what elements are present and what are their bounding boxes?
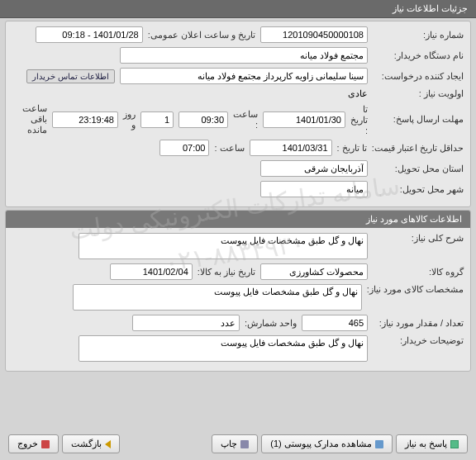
unit-field[interactable]: [132, 315, 240, 331]
group-label: گروه کالا:: [373, 267, 464, 277]
goods-section: اطلاعات کالاهای مورد نیاز شرح کلی نیاز: …: [5, 210, 471, 372]
attachments-button[interactable]: مشاهده مدارک پیوستی (1): [261, 434, 393, 453]
validity-to-label: تا تاریخ :: [337, 143, 367, 154]
print-button-label: چاپ: [221, 439, 237, 449]
days-field[interactable]: [140, 111, 174, 128]
days-label: روز و: [123, 109, 136, 130]
buyer-label: نام دستگاه خریدار:: [373, 50, 464, 61]
reply-icon: [450, 440, 459, 448]
goods-section-header: اطلاعات کالاهای مورد نیاز: [6, 211, 470, 228]
need-date-label: تاریخ نیاز به کالا:: [198, 267, 255, 277]
reply-button[interactable]: پاسخ به نیاز: [396, 434, 468, 453]
city-field[interactable]: [260, 181, 368, 197]
exit-button-label: خروج: [17, 439, 38, 449]
print-button[interactable]: چاپ: [212, 434, 258, 453]
reply-button-label: پاسخ به نیاز: [405, 439, 447, 449]
city-label: شهر محل تحویل:: [373, 184, 464, 195]
buyer-notes-field[interactable]: [79, 335, 368, 362]
priority-label: اولویت نیاز :: [373, 88, 464, 99]
window-title-bar: جزئیات اطلاعات نیاز: [0, 0, 476, 18]
need-date-field[interactable]: [110, 263, 193, 280]
unit-label: واحد شمارش:: [245, 318, 297, 329]
need-number-label: شماره نیاز:: [373, 30, 464, 40]
attachments-button-label: مشاهده مدارک پیوستی (1): [270, 439, 372, 449]
general-desc-label: شرح کلی نیاز:: [373, 233, 464, 244]
buyer-contact-button[interactable]: اطلاعات تماس خریدار: [26, 69, 115, 83]
validity-label: حداقل تاریخ اعتبار قیمت:: [372, 143, 464, 154]
buyer-field[interactable]: [120, 47, 368, 64]
bottom-toolbar: پاسخ به نیاز مشاهده مدارک پیوستی (1) چاپ…: [5, 431, 471, 457]
print-icon: [240, 440, 249, 448]
validity-time-label: ساعت :: [214, 143, 244, 154]
qty-field[interactable]: [302, 315, 368, 331]
reply-time-label: ساعت :: [233, 109, 258, 130]
back-button[interactable]: بازگشت: [62, 434, 120, 453]
qty-label: تعداد / مقدار مورد نیاز:: [373, 318, 464, 329]
countdown-label: ساعت باقی مانده: [12, 103, 47, 135]
exit-button[interactable]: خروج: [8, 434, 59, 453]
need-info-section: شماره نیاز: تاریخ و ساعت اعلان عمومی: نا…: [5, 21, 471, 207]
exit-icon: [41, 440, 50, 448]
province-label: استان محل تحویل:: [373, 164, 464, 174]
spec-field[interactable]: [73, 284, 362, 311]
spec-label: مشخصات کالای مورد نیاز:: [367, 284, 464, 295]
window-title: جزئیات اطلاعات نیاز: [393, 3, 468, 13]
creator-field[interactable]: [120, 68, 368, 84]
general-desc-field[interactable]: [79, 233, 368, 259]
province-field[interactable]: [260, 160, 368, 177]
validity-date-field[interactable]: [250, 140, 332, 156]
back-icon: [105, 440, 111, 448]
reply-time-field[interactable]: [178, 111, 228, 128]
attachment-icon: [375, 440, 383, 448]
validity-time-field[interactable]: [159, 140, 209, 156]
announce-field[interactable]: [36, 26, 143, 43]
need-number-field[interactable]: [260, 26, 368, 43]
creator-label: ایجاد کننده درخواست:: [373, 71, 464, 82]
buyer-notes-label: توضیحات خریدار:: [373, 335, 464, 346]
reply-date-field[interactable]: [263, 111, 345, 128]
back-button-label: بازگشت: [71, 439, 102, 449]
announce-label: تاریخ و ساعت اعلان عمومی:: [148, 30, 255, 40]
reply-deadline-label: مهلت ارسال پاسخ:: [373, 114, 464, 125]
group-field[interactable]: [260, 263, 368, 280]
countdown-field[interactable]: [52, 111, 118, 128]
to-date-label: تا تاریخ :: [350, 104, 368, 135]
priority-value: عادی: [348, 88, 368, 99]
